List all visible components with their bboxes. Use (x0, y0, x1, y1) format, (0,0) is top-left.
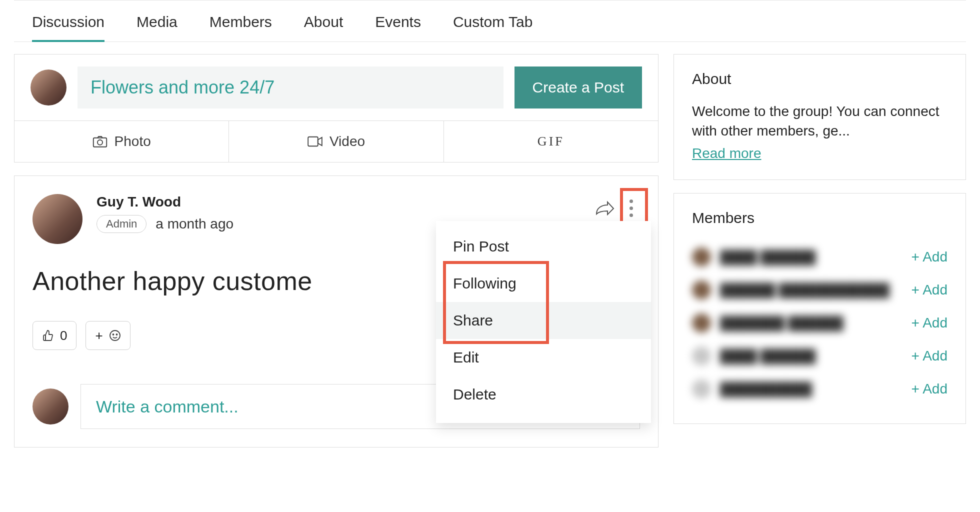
create-post-button[interactable]: Create a Post (514, 66, 642, 108)
tabs-bar: Discussion Media Members About Events Cu… (14, 4, 966, 42)
member-name: ██████████ (720, 382, 812, 397)
member-name: ████ ██████ (720, 250, 816, 265)
tab-members[interactable]: Members (210, 14, 272, 42)
svg-point-4 (112, 334, 114, 335)
attach-photo-label: Photo (114, 134, 151, 150)
menu-share[interactable]: Share (436, 302, 651, 339)
member-row: ██████████ + Add (692, 372, 948, 406)
tab-custom[interactable]: Custom Tab (453, 14, 533, 42)
menu-delete[interactable]: Delete (436, 376, 651, 413)
about-text: Welcome to the group! You can connect wi… (692, 102, 948, 140)
svg-point-1 (98, 140, 102, 145)
menu-pin-post[interactable]: Pin Post (436, 228, 651, 265)
composer-panel: Flowers and more 24/7 Create a Post Phot… (14, 54, 658, 162)
member-name: ██████ ████████████ (720, 282, 890, 298)
member-avatar (692, 280, 711, 300)
member-avatar (692, 314, 711, 332)
read-more-link[interactable]: Read more (692, 146, 762, 162)
add-reaction-button[interactable]: + (86, 321, 130, 350)
post-card: Guy T. Wood Admin a month ago (14, 176, 658, 448)
share-arrow-icon[interactable] (595, 200, 615, 216)
tab-discussion[interactable]: Discussion (32, 14, 104, 42)
composer-avatar (30, 70, 66, 106)
thumbs-up-icon (42, 330, 54, 342)
member-row: ███████ ██████ + Add (692, 306, 948, 340)
add-member-link[interactable]: + Add (912, 249, 948, 265)
about-panel: About Welcome to the group! You can conn… (674, 54, 966, 180)
camera-icon (92, 136, 108, 148)
members-title: Members (692, 210, 948, 226)
video-icon (308, 136, 322, 148)
menu-edit[interactable]: Edit (436, 339, 651, 376)
post-author-name: Guy T. Wood (96, 194, 234, 210)
svg-point-5 (116, 334, 117, 335)
attach-gif[interactable]: GIF (444, 121, 658, 162)
member-row: ████ ██████ + Add (692, 240, 948, 274)
add-member-link[interactable]: + Add (912, 348, 948, 364)
member-name: ████ ██████ (720, 348, 816, 364)
gif-label: GIF (538, 134, 564, 149)
post-menu-button[interactable] (622, 194, 640, 222)
like-count: 0 (60, 328, 67, 344)
add-member-link[interactable]: + Add (912, 282, 948, 298)
composer-group-input[interactable]: Flowers and more 24/7 (78, 66, 504, 108)
admin-badge: Admin (96, 215, 146, 233)
member-avatar (692, 346, 711, 366)
add-member-link[interactable]: + Add (912, 315, 948, 331)
like-button[interactable]: 0 (32, 321, 76, 350)
attach-video[interactable]: Video (229, 121, 444, 162)
commenter-avatar (32, 388, 68, 424)
svg-point-3 (110, 330, 120, 340)
tab-media[interactable]: Media (136, 14, 178, 42)
post-author-avatar (32, 194, 82, 244)
member-name: ███████ ██████ (720, 316, 844, 331)
svg-rect-2 (308, 137, 318, 146)
member-row: ██████ ████████████ + Add (692, 274, 948, 306)
attach-photo[interactable]: Photo (14, 121, 229, 162)
svg-rect-0 (93, 138, 106, 147)
tab-events[interactable]: Events (375, 14, 421, 42)
member-row: ████ ██████ + Add (692, 340, 948, 372)
member-avatar (692, 248, 711, 266)
top-divider (14, 0, 966, 0)
add-member-link[interactable]: + Add (912, 381, 948, 397)
attach-video-label: Video (330, 134, 365, 150)
about-title: About (692, 70, 948, 88)
menu-following[interactable]: Following (436, 265, 651, 302)
smile-icon (109, 330, 121, 342)
post-menu-dropdown: Pin Post Following Share Edit Delete (436, 221, 651, 423)
members-panel: Members ████ ██████ + Add ██████ ███████… (674, 193, 966, 424)
post-time: a month ago (156, 216, 234, 232)
member-avatar (692, 380, 711, 398)
plus-icon: + (95, 328, 102, 344)
tab-about[interactable]: About (304, 14, 343, 42)
